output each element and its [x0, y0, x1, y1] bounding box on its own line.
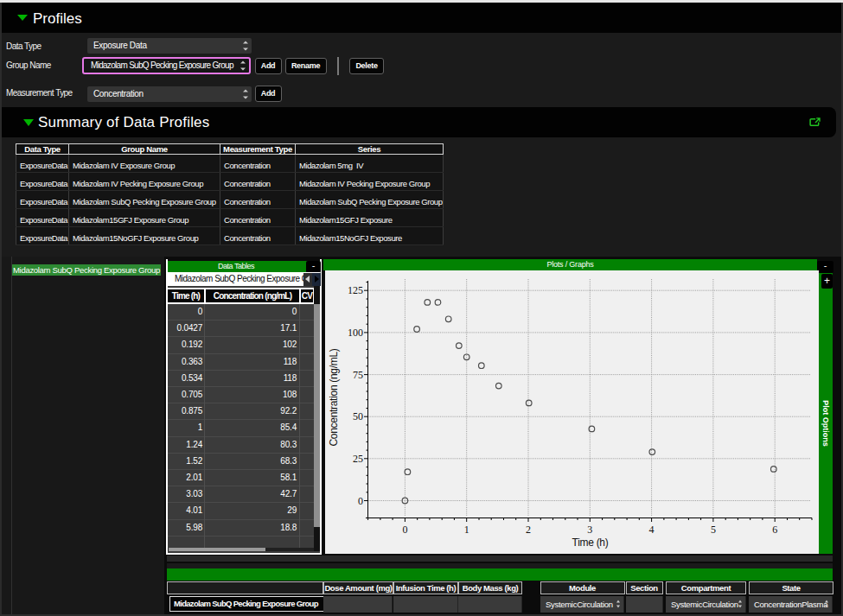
svg-text:5: 5	[711, 524, 716, 536]
svg-text:6: 6	[772, 524, 777, 536]
svg-text:2: 2	[526, 524, 531, 536]
svg-text:50: 50	[353, 410, 363, 422]
svg-text:25: 25	[353, 453, 363, 465]
svg-text:3: 3	[587, 524, 592, 536]
svg-text:125: 125	[348, 284, 363, 296]
svg-text:0: 0	[402, 524, 407, 536]
svg-text:100: 100	[348, 327, 363, 339]
svg-text:Concentration (ng/mL): Concentration (ng/mL)	[328, 348, 340, 446]
svg-text:1: 1	[464, 524, 469, 536]
svg-text:4: 4	[649, 524, 655, 536]
svg-text:Time (h): Time (h)	[572, 537, 609, 549]
svg-text:75: 75	[353, 369, 363, 381]
svg-text:0: 0	[358, 495, 363, 507]
